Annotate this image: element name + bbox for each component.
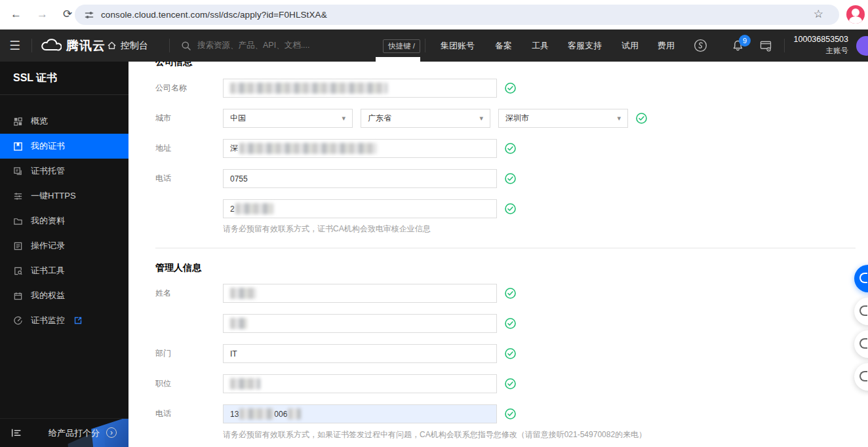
manager-phone-label: 电话 (155, 404, 218, 423)
promotion-icon[interactable] (694, 29, 707, 62)
cert-tools-icon (13, 266, 23, 276)
position-input[interactable] (223, 374, 497, 393)
collapse-sidebar-icon[interactable] (10, 427, 22, 438)
redaction-artifact (376, 57, 420, 62)
redacted-value (239, 408, 273, 419)
address-visible-prefix: 深 (230, 143, 238, 154)
department-input[interactable]: IT (223, 344, 497, 363)
redacted-value (230, 288, 256, 299)
city-select[interactable]: 深圳市 ▾ (498, 109, 628, 128)
nav-item-billing[interactable]: 费用 (658, 29, 675, 62)
one-click-https-icon (13, 191, 23, 201)
account-info[interactable]: 100036853503 主账号 (789, 34, 848, 56)
notification-count-badge[interactable]: 9 (739, 35, 751, 47)
account-avatar[interactable] (856, 36, 868, 56)
my-documents-icon (13, 216, 23, 226)
products-menu-icon[interactable]: ☰ (9, 29, 20, 62)
ssl-apply-form: 公司信息 公司名称 城市 中国 ▾ 广东省 ▾ 深圳市 ▾ 地址 深 电话 07… (128, 62, 868, 447)
overview-grid-icon (13, 117, 23, 126)
browser-back-icon[interactable]: ← (10, 7, 22, 22)
sidebar-item-my-benefits[interactable]: 我的权益 (0, 283, 128, 308)
sidebar-item-one-click-https[interactable]: 一键HTTPS (0, 184, 128, 208)
divider (31, 39, 32, 52)
divider (784, 39, 785, 52)
support-icon (859, 273, 867, 283)
country-value: 中国 (230, 113, 246, 124)
screen: ← → ⟳ console.cloud.tencent.com/ssl/dsc/… (0, 0, 868, 447)
console-home-link[interactable]: 控制台 (107, 29, 148, 62)
manager-phone-input[interactable]: 13 006 (223, 404, 497, 423)
rate-product-link[interactable]: 给产品打个分 (49, 427, 100, 439)
sidebar-item-label: 我的权益 (31, 290, 65, 301)
sidebar-item-label: 我的资料 (31, 215, 65, 227)
browser-forward-icon[interactable]: → (37, 7, 48, 22)
tencent-cloud-logo[interactable]: 腾讯云 (39, 29, 106, 62)
valid-check-icon (505, 173, 516, 184)
section-divider (155, 248, 856, 248)
cert-hosting-icon (13, 166, 23, 176)
sidebar-item-cert-monitor[interactable]: 证书监控 (0, 308, 128, 333)
faq-fab[interactable] (854, 363, 868, 391)
feedback-fab[interactable] (854, 298, 868, 325)
feedback-icon (859, 305, 867, 316)
browser-chrome: ← → ⟳ console.cloud.tencent.com/ssl/dsc/… (0, 0, 868, 29)
chevron-down-icon: ▾ (617, 114, 621, 123)
notifications-bell-icon[interactable]: 9 (732, 39, 744, 54)
manager-name-second-input[interactable] (223, 314, 497, 333)
search-icon (181, 41, 191, 51)
sidebar-menu: 概览 我的证书 证书托管 (0, 95, 128, 333)
phone-fragment: 006 (274, 410, 287, 419)
province-select[interactable]: 广东省 ▾ (361, 109, 490, 128)
divider (425, 39, 425, 52)
browser-refresh-icon[interactable]: ⟳ (63, 7, 72, 22)
sidebar-item-label: 证书托管 (31, 165, 65, 177)
phone-fragment: 13 (230, 410, 239, 419)
console-topnav: ☰ 腾讯云 控制台 搜索资源、产品、API、文档.... 快捷键 / 集团账号 … (0, 29, 868, 62)
address-label: 地址 (155, 139, 218, 157)
nav-item-trial[interactable]: 试用 (621, 29, 639, 62)
valid-check-icon (505, 378, 516, 389)
company-phone-value: 0755 (230, 174, 248, 184)
manager-name-input[interactable] (223, 284, 497, 303)
valid-check-icon (505, 288, 516, 299)
sidebar-item-cert-hosting[interactable]: 证书托管 (0, 159, 128, 184)
company-phone-label: 电话 (155, 169, 218, 187)
url-text[interactable]: console.cloud.tencent.com/ssl/dsc/apply?… (101, 10, 327, 20)
valid-check-icon (505, 348, 516, 359)
nav-item-support[interactable]: 客服支持 (568, 29, 602, 62)
sidebar-item-my-certificates[interactable]: 我的证书 (0, 134, 128, 159)
site-info-icon[interactable] (84, 10, 94, 20)
home-icon (107, 41, 117, 50)
sidebar-item-overview[interactable]: 概览 (0, 109, 128, 134)
survey-fab[interactable] (854, 330, 868, 358)
nav-item-group-account[interactable]: 集团账号 (441, 29, 475, 62)
valid-check-icon (636, 113, 647, 124)
sidebar-item-operation-log[interactable]: 操作记录 (0, 233, 128, 258)
console-settings-icon[interactable] (759, 29, 772, 62)
sidebar-item-my-documents[interactable]: 我的资料 (0, 208, 128, 233)
country-select[interactable]: 中国 ▾ (223, 109, 353, 128)
browser-profile-avatar[interactable] (846, 5, 865, 24)
faq-icon (859, 371, 867, 381)
redacted-value (239, 143, 377, 154)
global-search[interactable]: 搜索资源、产品、API、文档.... (181, 29, 310, 62)
manager-info-heading: 管理人信息 (155, 262, 201, 274)
sidebar-footer: 给产品打个分 › (0, 418, 128, 447)
nav-item-icp[interactable]: 备案 (495, 29, 512, 62)
sidebar-item-cert-tools[interactable]: 证书工具 (0, 258, 128, 283)
bookmark-star-icon[interactable]: ☆ (814, 7, 823, 21)
sidebar: SSL 证书 概览 我的证书 (0, 62, 128, 447)
nav-item-tools[interactable]: 工具 (532, 29, 549, 62)
address-bar[interactable]: console.cloud.tencent.com/ssl/dsc/apply?… (75, 5, 839, 25)
contact-support-fab[interactable] (854, 265, 868, 292)
phone-visible-prefix: 2 (230, 204, 235, 214)
rate-product-arrow-icon[interactable]: › (106, 427, 117, 438)
address-input[interactable]: 深 (223, 139, 497, 158)
company-phone-number-input[interactable]: 2 (223, 199, 497, 218)
company-name-input[interactable] (223, 79, 497, 98)
department-value: IT (230, 349, 237, 359)
redacted-value (288, 408, 301, 419)
logo-text: 腾讯云 (66, 37, 106, 54)
cloud-logo-icon (39, 38, 62, 53)
company-phone-input[interactable]: 0755 (223, 169, 497, 188)
